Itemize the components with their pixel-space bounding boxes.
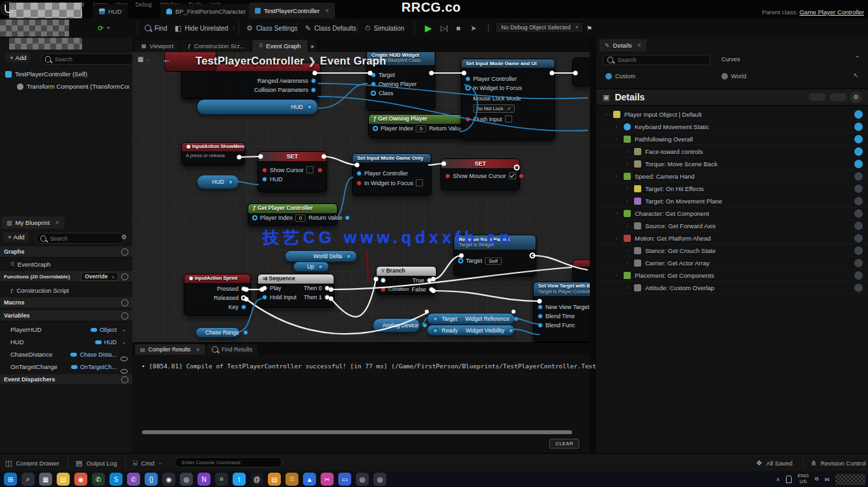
- console-command-input[interactable]: [181, 459, 276, 466]
- taskbar-icon[interactable]: ⚿: [285, 473, 298, 486]
- row-toggle[interactable]: [854, 259, 863, 267]
- stop-button[interactable]: ■: [456, 18, 461, 38]
- target-self-box[interactable]: Self: [485, 258, 502, 265]
- output-pin[interactable]: [241, 304, 246, 310]
- back-arrow-icon[interactable]: ←: [162, 54, 171, 65]
- row-toggle[interactable]: [854, 246, 863, 255]
- cmd-dropdown[interactable]: ⌸Cmd⌄: [133, 454, 162, 472]
- event-graph-canvas[interactable]: Ranged Awareness Collision Parameters HU…: [132, 52, 590, 342]
- details-tree-row[interactable]: Source: Get Forward Axis: [596, 220, 868, 232]
- details-tree-row[interactable]: Player Input Object | Default: [596, 108, 868, 121]
- taskbar-icon[interactable]: ◎: [356, 473, 369, 486]
- tab-construction-script[interactable]: ƒConstruction Scr...: [181, 40, 251, 52]
- simulation-button[interactable]: ⏱Simulation: [365, 18, 404, 38]
- add-dispatcher-icon[interactable]: [121, 376, 128, 383]
- microphone-icon[interactable]: [786, 475, 792, 483]
- output-pin[interactable]: [508, 328, 514, 333]
- row-toggle[interactable]: [854, 284, 863, 292]
- chip-world[interactable]: World: [721, 73, 746, 80]
- output-pin[interactable]: [311, 78, 316, 83]
- condition-pin[interactable]: [381, 287, 386, 292]
- header-toggle-b[interactable]: [830, 93, 846, 101]
- input-pin[interactable]: [538, 304, 543, 310]
- node-get-owning-player[interactable]: ƒ Get Owning Player Player Index0 Return…: [368, 114, 465, 138]
- compile-button[interactable]: ⟳▾: [98, 18, 109, 38]
- details-tree-row[interactable]: Character: Get Component: [596, 207, 868, 220]
- add-function-icon[interactable]: [121, 273, 128, 280]
- tab-compiler-results[interactable]: ▤Compiler Results✕: [135, 344, 205, 355]
- taskbar-icon[interactable]: S: [109, 473, 123, 486]
- taskbar-icon[interactable]: ✆: [127, 473, 140, 486]
- row-toggle[interactable]: [854, 172, 863, 181]
- input-pin[interactable]: [465, 76, 470, 81]
- output-pin[interactable]: [243, 330, 248, 335]
- graph-zoom-control[interactable]: ▦⌄: [137, 55, 150, 63]
- bool-pin[interactable]: [262, 168, 267, 173]
- input-pin[interactable]: [356, 181, 362, 186]
- variable-control-icon[interactable]: [119, 339, 128, 345]
- taskbar-icon[interactable]: @: [250, 473, 263, 486]
- taskbar-icon[interactable]: ▦: [39, 473, 52, 486]
- close-icon[interactable]: ✕: [55, 220, 59, 226]
- variable-control-icon[interactable]: [119, 327, 128, 332]
- tab-viewport[interactable]: ▦Viewport: [135, 40, 180, 52]
- add-variable-icon[interactable]: [121, 312, 128, 319]
- exec-out-pin[interactable]: [325, 295, 330, 300]
- clear-log-button[interactable]: CLEAR: [549, 439, 579, 449]
- bool-input-pin[interactable]: [465, 117, 470, 122]
- components-search-input[interactable]: [53, 55, 131, 63]
- details-tree-row[interactable]: Speed: Camera Hand: [596, 170, 868, 183]
- find-button[interactable]: Find: [145, 18, 167, 38]
- input-pin[interactable]: [356, 171, 362, 176]
- input-pin[interactable]: [433, 316, 438, 321]
- component-item-transform[interactable]: Transform Component (TransformComponent): [17, 83, 129, 90]
- row-toggle[interactable]: [854, 222, 863, 230]
- content-drawer-button[interactable]: ◫Content Drawer: [5, 454, 59, 472]
- filter-gear-icon[interactable]: ⚙: [121, 233, 127, 241]
- node-set-input-mode-game[interactable]: Set Input Mode Game Only Player Controll…: [352, 153, 431, 196]
- debug-filter-flag-icon[interactable]: ⚑: [586, 18, 592, 38]
- exec-in-pin[interactable]: [262, 286, 267, 291]
- return-value-pin[interactable]: [345, 215, 350, 220]
- input-pin[interactable]: [371, 81, 376, 87]
- debug-object-dropdown[interactable]: No Debug Object Selected▾: [495, 22, 584, 33]
- close-icon[interactable]: ✕: [637, 42, 642, 48]
- taskbar-icon[interactable]: ⌗: [215, 473, 228, 486]
- tab-event-graph[interactable]: ⠿Event Graph: [252, 40, 307, 52]
- taskbar-icon[interactable]: ✆: [92, 473, 105, 486]
- row-toggle[interactable]: [854, 209, 863, 218]
- item-eventgraph[interactable]: ⠿ EventGraph: [0, 258, 132, 270]
- row-toggle[interactable]: [854, 160, 863, 168]
- details-tree-row[interactable]: Face-toward controls: [596, 145, 868, 158]
- taskbar-icon[interactable]: ▤: [268, 473, 281, 486]
- input-pin[interactable]: [373, 126, 378, 131]
- output-pin[interactable]: [228, 179, 233, 184]
- details-tree-row[interactable]: Placement: Get Components: [596, 269, 868, 282]
- details-tab[interactable]: ✎ Details ✕: [600, 39, 646, 52]
- tray-app-icon[interactable]: ⧉: [815, 476, 818, 482]
- chip-custom[interactable]: Custom: [605, 73, 635, 80]
- row-toggle[interactable]: [854, 135, 863, 143]
- mouse-cursor-checkbox[interactable]: [509, 172, 516, 179]
- details-tree-row[interactable]: Stance: Get Crouch State: [596, 244, 868, 257]
- node-branch[interactable]: ⑂ Branch True Condition False: [376, 266, 437, 295]
- asset-tab-bp-firstpersoncharacter[interactable]: BP_FirstPersonCharacter: [160, 4, 252, 18]
- section-graphs[interactable]: Graphs: [0, 246, 132, 258]
- bool-out-pin[interactable]: [519, 173, 524, 179]
- taskbar-icon[interactable]: ◉: [74, 473, 87, 486]
- add-macro-icon[interactable]: [121, 299, 128, 306]
- cursor-checkbox[interactable]: [306, 166, 313, 173]
- row-toggle[interactable]: [854, 110, 863, 119]
- language-indicator[interactable]: ENGUS: [798, 473, 809, 485]
- input-pin[interactable]: [538, 314, 543, 319]
- play-options-icon[interactable]: ⋮: [485, 18, 492, 38]
- collapse-icon[interactable]: ⌃: [855, 55, 860, 62]
- revision-control-button[interactable]: ⋔Revision Control⌄: [811, 454, 868, 472]
- exec-in-pin[interactable]: [381, 278, 386, 283]
- mouse-lock-dropdown[interactable]: Do Not Lock✓: [473, 104, 515, 113]
- input-pin[interactable]: [371, 72, 376, 78]
- node-sequence[interactable]: ⇉ Sequence Play Then 0 Hold Input Then 1: [257, 274, 334, 308]
- taskbar-icon[interactable]: ⊞: [4, 473, 17, 486]
- menu-item[interactable]: Debug: [136, 1, 152, 8]
- exec-pin[interactable]: [241, 286, 246, 291]
